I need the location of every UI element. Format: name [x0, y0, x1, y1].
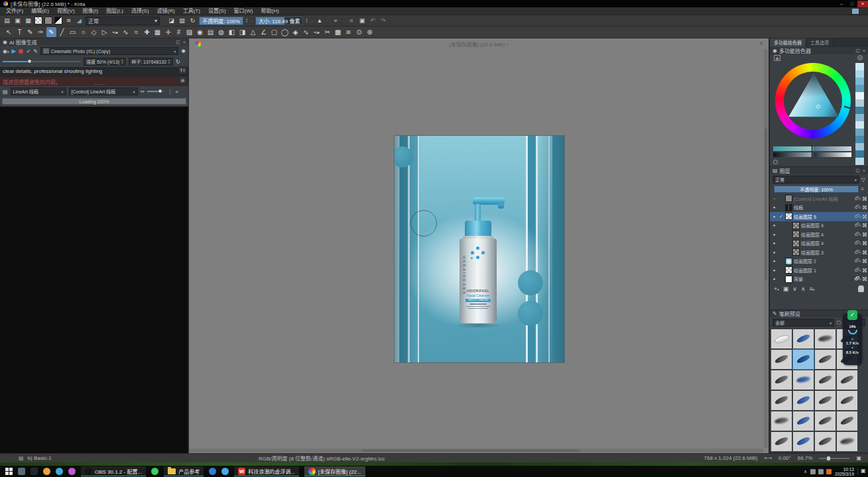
layer-alpha-icon[interactable]: α	[859, 223, 861, 227]
control-strength-slider[interactable]	[147, 91, 164, 92]
chat-app[interactable]	[221, 468, 229, 475]
style-preset-dropdown[interactable]: Cinematic Photo (XL) (Copy) ▾	[40, 47, 178, 55]
size-spinner[interactable]: ▲▼	[305, 18, 308, 23]
color-swatch-5[interactable]	[855, 99, 864, 107]
color-swatch-2[interactable]	[855, 78, 864, 85]
brush-preset-cell-5[interactable]	[793, 350, 814, 369]
notification-center-icon[interactable]: ▣	[857, 468, 864, 475]
more-options-icon[interactable]: ⋮	[167, 89, 172, 95]
tray-device[interactable]	[818, 469, 824, 474]
menu-item-4[interactable]: 图层(L)	[102, 7, 127, 15]
gradient-tool[interactable]: ▨	[184, 27, 194, 37]
zoom-value[interactable]: 66.7%	[798, 455, 813, 461]
crop-tool[interactable]: #	[174, 27, 184, 37]
canvas-horizontal-scrollbar[interactable]	[189, 449, 763, 452]
gradient-selector[interactable]	[44, 17, 52, 25]
zoom-tool[interactable]: ⊙	[354, 27, 364, 37]
brush-preset-cell-15[interactable]	[837, 391, 857, 410]
krita-window[interactable]: [未保存图像] (22...	[304, 466, 365, 476]
multibrush-tool[interactable]: ✚	[142, 27, 152, 37]
smart-patch-tool[interactable]: ◍	[216, 27, 226, 37]
brush-preset-cell-2[interactable]	[815, 329, 836, 348]
close-button[interactable]: ×	[857, 1, 868, 7]
magnetic-select-tool[interactable]: ✂	[322, 27, 332, 37]
layer-lock-icon[interactable]	[855, 242, 858, 244]
layer-alpha-lock-icon[interactable]	[863, 205, 867, 209]
layer-visibility-icon[interactable]: ●	[771, 205, 777, 209]
strength-spinbox[interactable]: 强度 50% (4/13)▲▼	[84, 58, 126, 66]
canvas-vertical-scrollbar[interactable]	[764, 49, 768, 448]
layer-row-9[interactable]: ●背景α	[770, 275, 868, 284]
tray-pen[interactable]	[810, 469, 816, 474]
layer-row-2[interactable]: ●✓绘画图层 5α	[770, 212, 868, 221]
rect-select-tool[interactable]: ▢	[269, 27, 279, 37]
layer-lock-icon[interactable]	[855, 215, 858, 218]
opacity-field[interactable]: 不透明度: 100%	[199, 17, 243, 25]
measure-tool[interactable]: ∠	[259, 27, 269, 37]
color-swatch-12[interactable]	[855, 150, 864, 158]
layer-alpha-icon[interactable]: α	[859, 233, 861, 237]
brush-preset-cell-23[interactable]	[837, 432, 857, 451]
trim-canvas-icon[interactable]: ⌗	[347, 17, 355, 25]
layer-alpha-lock-icon[interactable]	[863, 277, 867, 281]
eraser-mode-icon[interactable]: ◪	[167, 17, 176, 25]
layer-row-1[interactable]: ●线稿α	[770, 203, 868, 213]
color-swatch-9[interactable]	[855, 129, 864, 136]
brush-preset-cell-9[interactable]	[793, 370, 814, 390]
freehand-select-tool[interactable]: ∿	[301, 27, 311, 37]
layer-alpha-lock-icon[interactable]	[863, 259, 867, 263]
no-color-icon[interactable]: ⊘	[857, 55, 863, 60]
layer-visibility-icon[interactable]: ●	[771, 259, 777, 263]
brush-preset-cell-8[interactable]	[771, 370, 792, 390]
layer-alpha-icon[interactable]: α	[859, 241, 861, 245]
generate-button[interactable]: ▶	[12, 48, 17, 54]
select-shapes-tool[interactable]: ↖	[4, 27, 14, 37]
color-swatch-10[interactable]	[855, 136, 864, 143]
flow-icon[interactable]: »	[331, 17, 340, 25]
preserve-alpha-icon[interactable]: ▧	[178, 17, 186, 25]
pan-tool[interactable]: ⊕	[365, 27, 375, 37]
zoom-slider[interactable]	[819, 458, 849, 459]
layer-alpha-icon[interactable]: α	[859, 250, 861, 254]
add-text-layer-icon[interactable]: T+	[178, 66, 187, 74]
menu-item-7[interactable]: 工具(T)	[179, 7, 204, 15]
opacity-spinner[interactable]: ▲▼	[245, 18, 248, 23]
negative-prompt-input[interactable]: 描述您想要避免的内容。	[0, 77, 188, 86]
control-layer-dropdown[interactable]: [Control] LineArt 线稿▾	[69, 87, 138, 95]
brush-preset-cell-11[interactable]	[837, 370, 857, 390]
canvas-area[interactable]: [未保存图像] (22.6 MiB) * ×	[189, 38, 769, 453]
color-swatch-1[interactable]	[855, 70, 864, 78]
layer-visibility-icon[interactable]: ●	[771, 241, 777, 245]
positive-prompt-input[interactable]: clear details, professional shooting lig…	[0, 67, 188, 77]
calligraphy-tool[interactable]: ✑	[36, 27, 46, 37]
menu-item-9[interactable]: 窗口(W)	[230, 7, 257, 15]
layer-visibility-icon[interactable]: ●	[771, 268, 777, 272]
add-control-layer-icon[interactable]: ⊕	[178, 76, 187, 84]
layer-visibility-icon[interactable]: ●	[771, 233, 777, 237]
layer-visibility-icon[interactable]: ●	[771, 223, 777, 227]
layer-row-8[interactable]: ●绘画图层 1α	[770, 266, 868, 275]
brush-preset-cell-18[interactable]	[815, 411, 836, 431]
color-swatch-3[interactable]	[855, 85, 864, 92]
move-tool[interactable]: ✛	[163, 27, 173, 37]
start-button[interactable]	[5, 468, 13, 475]
float-icon[interactable]: ◱	[176, 40, 180, 45]
layer-lock-icon[interactable]	[855, 260, 858, 262]
control-type-dropdown[interactable]: LineArt 线稿▾	[11, 87, 66, 95]
reload-preset-icon[interactable]: ↻	[188, 17, 197, 25]
tray-chevron-icon[interactable]: ∧	[804, 469, 807, 474]
duplicate-layer-button[interactable]: ▣	[783, 286, 789, 292]
layer-row-7[interactable]: ●绘画图层 2α	[770, 257, 868, 266]
layer-alpha-icon[interactable]: α	[859, 268, 861, 272]
tray-security[interactable]	[826, 469, 832, 474]
line-tool[interactable]: ╱	[57, 27, 67, 37]
layer-alpha-icon[interactable]: α	[859, 277, 861, 281]
brush-view-icon[interactable]: ▢	[836, 320, 841, 325]
new-document-icon[interactable]: ▤	[3, 17, 11, 25]
subwindow-close-icon[interactable]: ×	[759, 40, 763, 47]
wps-window[interactable]: W科技浪潮的虚浮调...	[234, 466, 299, 476]
folder-window[interactable]: 产品参考	[164, 466, 204, 476]
rotation-value[interactable]: 0.00°	[778, 455, 791, 461]
layer-alpha-icon[interactable]: α	[859, 205, 861, 209]
brush-preset-cell-13[interactable]	[793, 391, 814, 410]
